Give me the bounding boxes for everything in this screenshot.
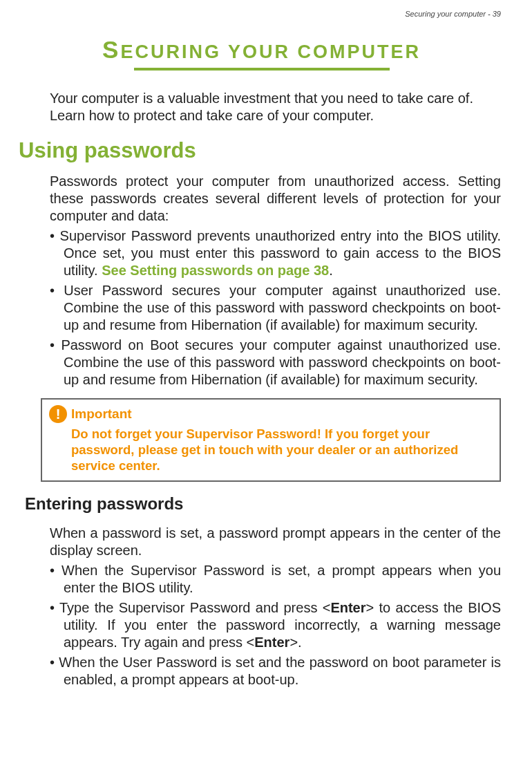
list-item: Supervisor Password prevents unauthorize… (50, 227, 501, 279)
section2-paragraph: When a password is set, a password promp… (50, 525, 501, 559)
warning-icon: ! (49, 405, 67, 423)
important-text: Do not forget your Supervisor Password! … (71, 426, 493, 474)
section-heading-using-passwords: Using passwords (19, 138, 501, 163)
list-item: When the Supervisor Password is set, a p… (50, 562, 501, 597)
intro-paragraph: Your computer is a valuable investment t… (50, 90, 501, 124)
important-title: Important (71, 406, 132, 422)
bullet-text-prefix: Type the Supervisor Password and press < (59, 600, 330, 615)
important-callout-box: ! Important Do not forget your Superviso… (41, 398, 501, 482)
section2-bullet-list: When the Supervisor Password is set, a p… (50, 562, 501, 688)
list-item: User Password secures your computer agai… (50, 282, 501, 334)
section1-paragraph: Passwords protect your computer from una… (50, 173, 501, 225)
bullet-text-suffix: . (329, 263, 333, 278)
chapter-title-first-letter: S (102, 36, 120, 63)
bullet-text-suffix: >. (289, 635, 301, 650)
list-item: Type the Supervisor Password and press <… (50, 599, 501, 651)
chapter-title-underline (134, 68, 390, 71)
cross-reference-link[interactable]: See Setting passwords on page 38 (102, 263, 329, 278)
important-header-row: ! Important (49, 405, 493, 423)
key-name: Enter (330, 600, 365, 615)
section-heading-entering-passwords: Entering passwords (25, 494, 501, 514)
list-item: When the User Password is set and the pa… (50, 654, 501, 688)
section1-bullet-list: Supervisor Password prevents unauthorize… (50, 227, 501, 388)
list-item: Password on Boot secures your computer a… (50, 337, 501, 388)
page-header-label: Securing your computer - 39 (405, 10, 501, 18)
key-name: Enter (254, 635, 289, 650)
chapter-title: SECURING YOUR COMPUTER (22, 36, 501, 64)
chapter-title-rest: ECURING YOUR COMPUTER (120, 41, 421, 62)
